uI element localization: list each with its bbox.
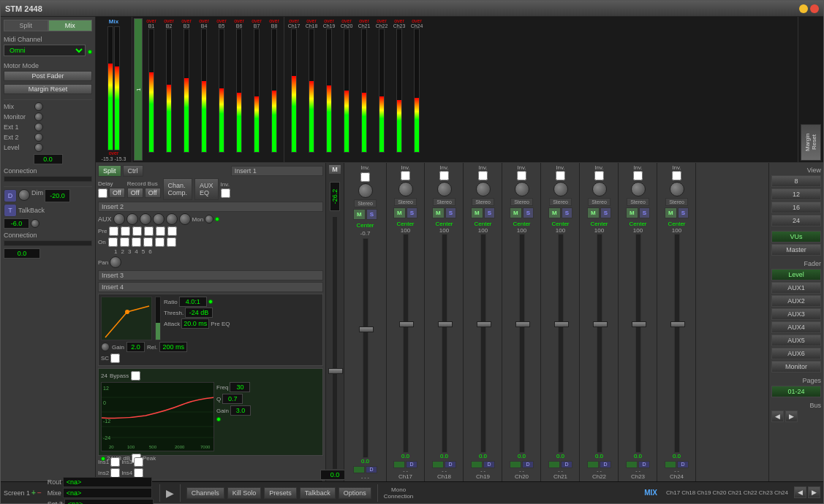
ch-stereo-btn[interactable]: Stereo bbox=[354, 199, 377, 207]
ch21-nav[interactable]: Ch21 bbox=[728, 489, 742, 496]
inv22-cb[interactable] bbox=[594, 171, 604, 180]
pre3-cb[interactable] bbox=[132, 226, 142, 236]
ch18-knob[interactable] bbox=[437, 182, 452, 196]
tb-value2[interactable] bbox=[4, 248, 40, 259]
view-8-btn[interactable]: 8 bbox=[771, 175, 821, 187]
ch22-thumb[interactable] bbox=[593, 321, 608, 327]
ch20-send-d[interactable]: D bbox=[522, 461, 534, 468]
ch17-stereo[interactable]: Stereo bbox=[394, 198, 417, 206]
ch18-nav[interactable]: Ch18 bbox=[681, 489, 695, 496]
send-d1[interactable]: D bbox=[366, 466, 377, 473]
tb-value[interactable] bbox=[4, 218, 29, 229]
bypass-checkbox[interactable] bbox=[131, 371, 140, 381]
dim-value[interactable] bbox=[45, 189, 70, 202]
kill-solo-btn[interactable]: Kill Solo bbox=[227, 487, 262, 499]
ch17-send-d[interactable]: D bbox=[406, 461, 417, 468]
ch17-m-btn[interactable]: M bbox=[393, 207, 406, 218]
on6-cb[interactable] bbox=[167, 237, 176, 247]
ch24-send-green[interactable] bbox=[665, 461, 676, 468]
ch19-send-d[interactable]: D bbox=[483, 461, 495, 468]
inv20-cb[interactable] bbox=[517, 171, 526, 180]
ch23-stereo[interactable]: Stereo bbox=[627, 198, 649, 206]
main-fader-thumb[interactable] bbox=[328, 368, 343, 374]
ch17-nav[interactable]: Ch17 bbox=[666, 489, 680, 496]
ch23-s-btn[interactable]: S bbox=[639, 207, 650, 218]
mixe-item-val[interactable] bbox=[63, 488, 152, 498]
monitor-knob[interactable] bbox=[34, 112, 43, 121]
inv17-cb[interactable] bbox=[401, 171, 410, 180]
ext1-knob[interactable] bbox=[34, 123, 43, 131]
b-group-label[interactable]: 1 bbox=[134, 18, 143, 161]
ch24-thumb[interactable] bbox=[670, 321, 685, 327]
s-ch-btn[interactable]: S bbox=[366, 209, 377, 220]
ch19-m-btn[interactable]: M bbox=[471, 207, 483, 218]
rec-off1-btn[interactable]: Off bbox=[127, 188, 143, 198]
ch-pan-knob[interactable] bbox=[358, 183, 373, 198]
ch24-nav[interactable]: Ch24 bbox=[774, 489, 788, 496]
aux1-knob[interactable] bbox=[113, 213, 125, 225]
rec-off2-btn[interactable]: Off bbox=[145, 188, 161, 198]
ch19-send-green[interactable] bbox=[471, 461, 483, 468]
pre4-cb[interactable] bbox=[144, 226, 154, 236]
on4-cb[interactable] bbox=[143, 237, 153, 247]
ch21-knob[interactable] bbox=[553, 182, 568, 196]
motor-mode-btn[interactable]: Post Fader bbox=[4, 71, 92, 81]
inv23-cb[interactable] bbox=[633, 171, 643, 180]
margin-reset-btn[interactable]: Margin Reset bbox=[4, 84, 92, 94]
ch20-send-green[interactable] bbox=[510, 461, 521, 468]
tab-split[interactable]: Split bbox=[4, 20, 48, 31]
inv-checkbox[interactable] bbox=[221, 188, 230, 198]
ch19-stereo[interactable]: Stereo bbox=[472, 198, 494, 206]
ch19-thumb[interactable] bbox=[477, 321, 491, 327]
on5-cb[interactable] bbox=[155, 237, 165, 247]
ch24-send-d[interactable]: D bbox=[677, 461, 689, 468]
dim-knob[interactable] bbox=[18, 189, 30, 201]
view-16-btn[interactable]: 16 bbox=[771, 202, 821, 213]
ch23-thumb[interactable] bbox=[632, 321, 646, 327]
d-btn[interactable]: D bbox=[4, 189, 17, 202]
ch18-send-d[interactable]: D bbox=[445, 461, 456, 468]
pre6-cb[interactable] bbox=[167, 226, 177, 236]
inv19-cb[interactable] bbox=[478, 171, 488, 180]
aux3-knob[interactable] bbox=[140, 213, 151, 225]
ch23-nav[interactable]: Ch23 bbox=[759, 489, 773, 496]
fader-aux4-btn[interactable]: AUX4 bbox=[771, 321, 821, 333]
view-12-btn[interactable]: 12 bbox=[771, 188, 821, 200]
inv18-cb[interactable] bbox=[439, 171, 449, 180]
mix-value-input[interactable] bbox=[34, 154, 63, 164]
ch22-stereo[interactable]: Stereo bbox=[588, 198, 611, 206]
tb-knob[interactable] bbox=[31, 219, 39, 228]
ch20-stereo[interactable]: Stereo bbox=[510, 198, 533, 206]
rel-input[interactable] bbox=[159, 342, 187, 352]
ch21-stereo[interactable]: Stereo bbox=[549, 198, 572, 206]
ch17-thumb[interactable] bbox=[399, 321, 414, 327]
tab-mix[interactable]: Mix bbox=[48, 20, 93, 31]
sc-checkbox[interactable] bbox=[110, 354, 120, 363]
bottom-nav-right[interactable]: ▶ bbox=[808, 486, 820, 498]
t-btn[interactable]: T bbox=[4, 204, 17, 217]
fader-aux6-btn[interactable]: AUX6 bbox=[771, 348, 821, 359]
margin-reset-right-btn[interactable]: Margin Reset bbox=[801, 124, 821, 161]
ch22-nav[interactable]: Ch22 bbox=[744, 489, 757, 496]
presets-btn[interactable]: Presets bbox=[264, 487, 297, 499]
on3-cb[interactable] bbox=[132, 237, 141, 247]
ch-fader-thumb[interactable] bbox=[359, 327, 374, 332]
ratio-input[interactable] bbox=[179, 297, 207, 307]
insert4-btn[interactable]: Insert 4 bbox=[98, 282, 323, 292]
pan-knob[interactable] bbox=[110, 256, 121, 268]
view-24-btn[interactable]: 24 bbox=[771, 215, 821, 226]
ch18-thumb[interactable] bbox=[438, 321, 453, 327]
ch17-send-green[interactable] bbox=[393, 461, 405, 468]
ch24-m-btn[interactable]: M bbox=[665, 207, 677, 218]
ch17-knob[interactable] bbox=[398, 182, 413, 196]
inv-ch-checkbox[interactable] bbox=[360, 172, 370, 182]
ctrl-btn[interactable]: Ctrl bbox=[123, 165, 143, 177]
midi-channel-select[interactable]: Omni bbox=[4, 45, 86, 56]
gain-knob[interactable] bbox=[101, 343, 110, 351]
fader-aux2-btn[interactable]: AUX2 bbox=[771, 295, 821, 307]
options-btn[interactable]: Options bbox=[339, 487, 371, 499]
aux6-knob[interactable] bbox=[179, 213, 191, 225]
ins1-cb[interactable] bbox=[110, 457, 120, 467]
rout-item-val[interactable] bbox=[63, 477, 152, 487]
insert2-btn[interactable]: Insert 2 bbox=[98, 202, 323, 212]
